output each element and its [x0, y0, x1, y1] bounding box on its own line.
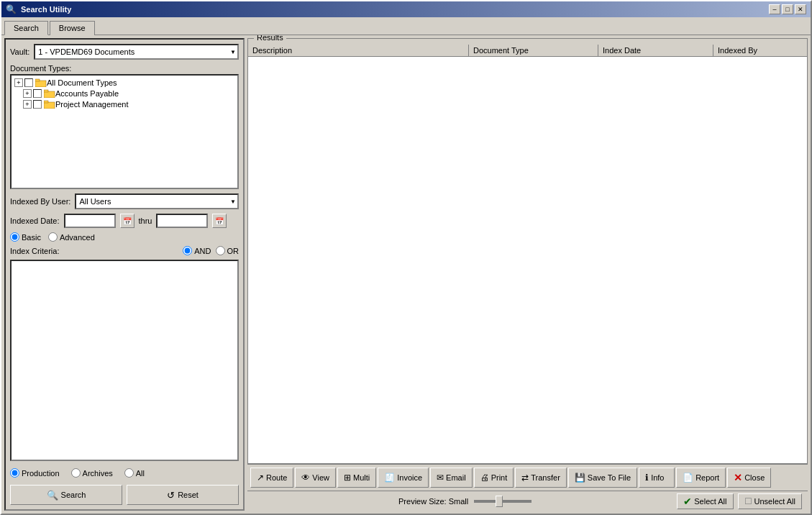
indexed-date-label: Indexed Date: — [10, 217, 60, 225]
checkbox-all[interactable] — [24, 78, 33, 87]
title-bar-title: Search Utility — [21, 5, 71, 14]
indexed-date-row: Indexed Date: 📅 thru 📅 — [10, 214, 239, 228]
col-index-date[interactable]: Index Date — [598, 45, 713, 56]
bottom-toolbar: ↗ Route 👁 View ⊞ Multi 🧾 Invoice — [247, 464, 808, 491]
date-to-input[interactable] — [156, 214, 208, 228]
tree-item-accounts[interactable]: + Accounts Payable — [13, 88, 236, 99]
env-row: Production Archives All — [10, 468, 239, 478]
tab-browse[interactable]: Browse — [50, 21, 95, 35]
tree-label-project: Project Management — [55, 100, 129, 109]
col-document-type[interactable]: Document Type — [469, 45, 598, 56]
or-radio[interactable] — [216, 246, 225, 255]
advanced-radio[interactable] — [48, 232, 58, 242]
expand-accounts-icon[interactable]: + — [23, 89, 32, 98]
preview-controls: Preview Size: Small — [398, 497, 532, 506]
reset-button[interactable]: ↺ Reset — [127, 485, 239, 505]
title-bar: 🔍 Search Utility – □ ✕ — [1, 1, 811, 17]
close-icon: ✕ — [734, 472, 742, 483]
advanced-radio-label[interactable]: Advanced — [48, 232, 95, 242]
calendar-icon-from: 📅 — [123, 217, 132, 225]
col-indexed-by[interactable]: Indexed By — [713, 45, 807, 56]
index-criteria-label: Index Criteria: — [10, 247, 59, 255]
left-panel: Vault: 1 - VPDEMD69 Documents Document T… — [4, 38, 245, 511]
vault-row: Vault: 1 - VPDEMD69 Documents — [10, 44, 239, 60]
indexed-by-select[interactable]: All Users — [75, 193, 239, 209]
or-radio-label[interactable]: OR — [216, 246, 240, 255]
results-header: Description Document Type Index Date Ind… — [248, 45, 807, 57]
preview-slider-track[interactable] — [474, 500, 532, 503]
route-button[interactable]: ↗ Route — [250, 468, 293, 488]
checkbox-project[interactable] — [33, 100, 42, 109]
basic-radio[interactable] — [10, 232, 19, 242]
status-bar: Preview Size: Small ✔ Select All ☐ Unsel… — [247, 491, 808, 511]
vault-label: Vault: — [10, 47, 29, 56]
close-window-button[interactable]: ✕ — [795, 4, 806, 14]
thru-label: thru — [139, 217, 152, 225]
minimize-button[interactable]: – — [769, 4, 780, 14]
view-icon: 👁 — [301, 473, 310, 483]
production-radio[interactable] — [10, 468, 19, 478]
invoice-icon: 🧾 — [384, 473, 395, 483]
results-legend: Results — [254, 35, 286, 42]
archives-radio-label[interactable]: Archives — [71, 468, 113, 478]
title-bar-icon: 🔍 — [6, 4, 17, 14]
tree-item-all[interactable]: + All Document Types — [13, 77, 236, 88]
and-radio-label[interactable]: AND — [183, 246, 211, 255]
main-window: 🔍 Search Utility – □ ✕ Search Browse Vau… — [0, 0, 812, 515]
all-radio[interactable] — [124, 468, 134, 478]
indexed-by-label: Indexed By User: — [10, 197, 70, 206]
multi-button[interactable]: ⊞ Multi — [337, 468, 376, 488]
print-icon: 🖨 — [480, 473, 489, 483]
results-body — [248, 57, 807, 463]
date-to-cal-button[interactable]: 📅 — [212, 214, 227, 228]
transfer-icon: ⇄ — [521, 473, 529, 483]
search-btn-icon: 🔍 — [47, 490, 58, 501]
unselect-all-button[interactable]: ☐ Unselect All — [738, 493, 802, 509]
date-from-cal-button[interactable]: 📅 — [120, 214, 134, 228]
tab-search[interactable]: Search — [4, 21, 48, 35]
tree-box[interactable]: + All Document Types + — [10, 74, 239, 189]
email-button[interactable]: ✉ Email — [430, 468, 473, 488]
date-from-input[interactable] — [64, 214, 116, 228]
expand-all-icon[interactable]: + — [14, 78, 23, 87]
right-panel: Results Description Document Type Index … — [247, 38, 808, 511]
basic-radio-label[interactable]: Basic — [10, 232, 41, 242]
user-wrapper: All Users — [75, 193, 239, 209]
checkbox-accounts[interactable] — [33, 89, 42, 98]
transfer-button[interactable]: ⇄ Transfer — [515, 468, 567, 488]
col-description[interactable]: Description — [248, 45, 469, 56]
close-button[interactable]: ✕ Close — [727, 468, 771, 488]
svg-rect-4 — [44, 102, 55, 109]
report-icon: 📄 — [683, 473, 693, 483]
preview-slider-thumb[interactable] — [496, 496, 503, 507]
invoice-button[interactable]: 🧾 Invoice — [378, 468, 429, 488]
select-all-button[interactable]: ✔ Select All — [677, 493, 733, 509]
and-radio[interactable] — [183, 246, 192, 255]
doc-types-label: Document Types: — [10, 64, 239, 73]
folder-icon-accounts — [44, 88, 55, 98]
save-to-file-button[interactable]: 💾 Save To File — [568, 468, 637, 488]
all-radio-label[interactable]: All — [124, 468, 145, 478]
vault-select[interactable]: 1 - VPDEMD69 Documents — [34, 44, 239, 60]
archives-radio[interactable] — [71, 468, 81, 478]
route-icon: ↗ — [257, 473, 264, 483]
maximize-button[interactable]: □ — [782, 4, 793, 14]
criteria-box[interactable] — [10, 260, 239, 461]
svg-rect-2 — [44, 91, 55, 98]
basic-advanced-row: Basic Advanced — [10, 232, 239, 242]
report-button[interactable]: 📄 Report — [676, 468, 726, 488]
results-groupbox: Results Description Document Type Index … — [247, 38, 808, 464]
info-button[interactable]: ℹ Info — [639, 468, 675, 488]
production-radio-label[interactable]: Production — [10, 468, 60, 478]
tab-bar: Search Browse — [1, 17, 811, 35]
view-button[interactable]: 👁 View — [295, 468, 336, 488]
content-area: Vault: 1 - VPDEMD69 Documents Document T… — [1, 35, 811, 514]
print-button[interactable]: 🖨 Print — [474, 468, 514, 488]
search-button[interactable]: 🔍 Search — [10, 485, 122, 505]
vault-wrapper: 1 - VPDEMD69 Documents — [34, 44, 239, 60]
info-icon: ℹ — [645, 473, 649, 483]
tree-item-project[interactable]: + Project Management — [13, 99, 236, 109]
expand-project-icon[interactable]: + — [23, 100, 32, 109]
calendar-icon-to: 📅 — [215, 217, 224, 225]
tree-label-accounts: Accounts Payable — [55, 89, 119, 98]
